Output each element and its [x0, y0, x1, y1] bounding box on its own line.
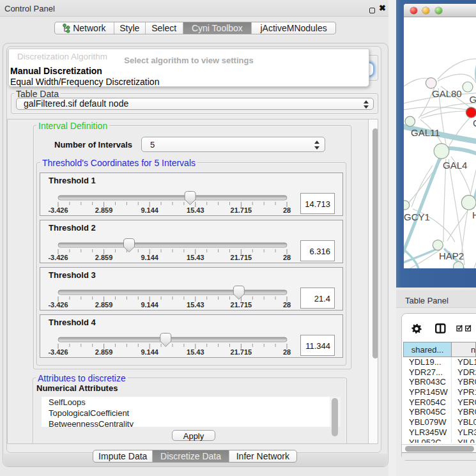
svg-text:28: 28: [283, 348, 291, 356]
svg-text:21.715: 21.715: [231, 348, 252, 356]
svg-text:28: 28: [283, 254, 291, 261]
svg-text:2.859: 2.859: [95, 348, 113, 356]
svg-text:HAP2: HAP2: [439, 250, 464, 261]
svg-text:GAL80: GAL80: [432, 88, 462, 99]
svg-text:2.859: 2.859: [95, 206, 113, 214]
svg-text:-3.426: -3.426: [48, 254, 68, 261]
svg-text:C: C: [473, 118, 476, 128]
svg-text:9.144: 9.144: [141, 348, 158, 356]
svg-text:9.144: 9.144: [141, 206, 158, 214]
svg-text:-3.426: -3.426: [48, 206, 68, 214]
svg-text:9.144: 9.144: [141, 301, 158, 309]
svg-text:GAL11: GAL11: [411, 127, 440, 138]
svg-text:2.859: 2.859: [95, 301, 113, 309]
svg-text:2.859: 2.859: [95, 254, 113, 261]
svg-text:-3.426: -3.426: [48, 348, 68, 356]
svg-text:GAL4: GAL4: [443, 160, 467, 171]
svg-text:15.43: 15.43: [187, 301, 204, 309]
svg-text:9.144: 9.144: [141, 254, 158, 261]
svg-text:15.43: 15.43: [187, 206, 204, 214]
svg-text:15.43: 15.43: [187, 348, 204, 356]
svg-text:H: H: [472, 210, 476, 220]
svg-text:15.43: 15.43: [187, 254, 204, 261]
svg-text:21.715: 21.715: [231, 254, 252, 261]
svg-text:28: 28: [283, 301, 291, 309]
svg-text:21.715: 21.715: [231, 301, 252, 309]
svg-text:28: 28: [283, 206, 291, 214]
svg-text:-3.426: -3.426: [48, 301, 68, 309]
svg-text:GCY1: GCY1: [404, 211, 430, 222]
svg-text:21.715: 21.715: [231, 206, 252, 214]
svg-text:G.: G.: [470, 94, 476, 105]
